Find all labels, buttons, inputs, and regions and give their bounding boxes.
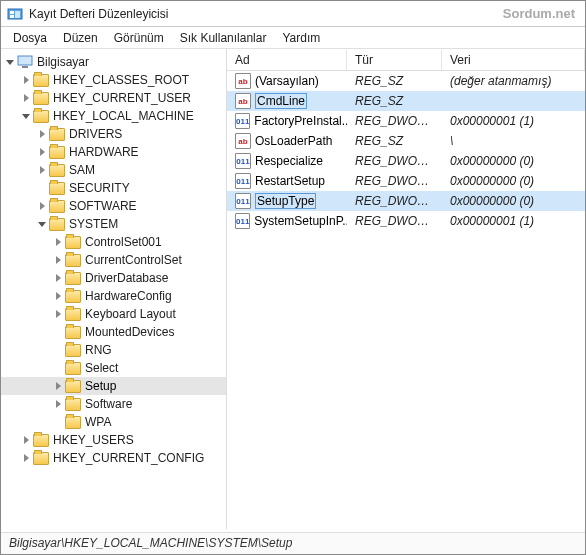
list-row[interactable]: OsLoaderPathREG_SZ\ xyxy=(227,131,585,151)
value-type: REG_SZ xyxy=(347,132,442,150)
tree-node-wpa[interactable]: WPA xyxy=(1,413,226,431)
tree-node-select[interactable]: Select xyxy=(1,359,226,377)
tree-node-system[interactable]: SYSTEM xyxy=(1,215,226,233)
dword-value-icon xyxy=(235,113,250,129)
tree-node-security[interactable]: SECURITY xyxy=(1,179,226,197)
tree-node-cs001[interactable]: ControlSet001 xyxy=(1,233,226,251)
tree-label: SAM xyxy=(69,163,95,177)
folder-icon xyxy=(49,128,65,141)
tree-node-hwconfig[interactable]: HardwareConfig xyxy=(1,287,226,305)
tree-node-hklm[interactable]: HKEY_LOCAL_MACHINE xyxy=(1,107,226,125)
tree-node-hardware[interactable]: HARDWARE xyxy=(1,143,226,161)
expander-icon[interactable] xyxy=(51,235,65,249)
list-row[interactable]: SetupTypeREG_DWORD0x00000000 (0) xyxy=(227,191,585,211)
folder-icon xyxy=(49,164,65,177)
header-name[interactable]: Ad xyxy=(227,50,347,70)
expander-icon[interactable] xyxy=(35,127,49,141)
folder-icon xyxy=(65,416,81,429)
tree-node-hkcc[interactable]: HKEY_CURRENT_CONFIG xyxy=(1,449,226,467)
tree-node-kblayout[interactable]: Keyboard Layout xyxy=(1,305,226,323)
watermark: Sordum.net xyxy=(503,6,575,21)
value-list[interactable]: Ad Tür Veri (Varsayılan)REG_SZ(değer ata… xyxy=(227,49,585,529)
expander-icon[interactable] xyxy=(19,433,33,447)
folder-icon xyxy=(33,452,49,465)
tree-node-hku[interactable]: HKEY_USERS xyxy=(1,431,226,449)
tree-label: Select xyxy=(85,361,118,375)
expander-icon[interactable] xyxy=(19,91,33,105)
header-type[interactable]: Tür xyxy=(347,50,442,70)
expander-icon[interactable] xyxy=(35,199,49,213)
tree-node-ccs[interactable]: CurrentControlSet xyxy=(1,251,226,269)
folder-icon xyxy=(65,344,81,357)
tree-node-hkcr[interactable]: HKEY_CLASSES_ROOT xyxy=(1,71,226,89)
value-data: 0x00000000 (0) xyxy=(442,152,585,170)
folder-icon xyxy=(49,146,65,159)
header-data[interactable]: Veri xyxy=(442,50,585,70)
tree-node-computer[interactable]: Bilgisayar xyxy=(1,53,226,71)
value-data: 0x00000000 (0) xyxy=(442,192,585,210)
tree-node-setup[interactable]: Setup xyxy=(1,377,226,395)
tree-node-rng[interactable]: RNG xyxy=(1,341,226,359)
tree-node-software[interactable]: SOFTWARE xyxy=(1,197,226,215)
folder-icon xyxy=(65,236,81,249)
menu-favorites[interactable]: Sık Kullanılanlar xyxy=(172,29,275,47)
folder-icon xyxy=(65,308,81,321)
tree-label: SECURITY xyxy=(69,181,130,195)
folder-icon xyxy=(65,272,81,285)
expander-icon[interactable] xyxy=(51,379,65,393)
list-row[interactable]: SystemSetupInP...REG_DWORD0x00000001 (1) xyxy=(227,211,585,231)
expander-icon[interactable] xyxy=(19,109,33,123)
tree-label: ControlSet001 xyxy=(85,235,162,249)
dword-value-icon xyxy=(235,153,251,169)
tree-node-driverdb[interactable]: DriverDatabase xyxy=(1,269,226,287)
list-row[interactable]: RestartSetupREG_DWORD0x00000000 (0) xyxy=(227,171,585,191)
expander-icon[interactable] xyxy=(51,271,65,285)
string-value-icon xyxy=(235,133,251,149)
value-data: (değer atanmamış) xyxy=(442,72,585,90)
svg-rect-4 xyxy=(18,56,32,65)
menu-help[interactable]: Yardım xyxy=(274,29,328,47)
tree-view[interactable]: Bilgisayar HKEY_CLASSES_ROOT HKEY_CURREN… xyxy=(1,49,227,529)
value-name: OsLoaderPath xyxy=(227,131,347,151)
value-type: REG_DWORD xyxy=(347,172,442,190)
dword-value-icon xyxy=(235,213,250,229)
value-data: 0x00000001 (1) xyxy=(442,112,585,130)
status-bar: Bilgisayar\HKEY_LOCAL_MACHINE\SYSTEM\Set… xyxy=(1,532,585,554)
main-area: Bilgisayar HKEY_CLASSES_ROOT HKEY_CURREN… xyxy=(1,49,585,529)
folder-icon xyxy=(65,362,81,375)
expander-icon[interactable] xyxy=(3,55,17,69)
folder-icon xyxy=(65,398,81,411)
menu-view[interactable]: Görünüm xyxy=(106,29,172,47)
expander-icon[interactable] xyxy=(51,289,65,303)
expander-icon[interactable] xyxy=(35,145,49,159)
menu-edit[interactable]: Düzen xyxy=(55,29,106,47)
expander-icon[interactable] xyxy=(51,253,65,267)
tree-node-mounteddev[interactable]: MountedDevices xyxy=(1,323,226,341)
tree-label: RNG xyxy=(85,343,112,357)
expander-icon[interactable] xyxy=(19,451,33,465)
menu-file[interactable]: Dosya xyxy=(5,29,55,47)
value-name: SetupType xyxy=(227,191,347,211)
tree-node-sam[interactable]: SAM xyxy=(1,161,226,179)
list-header: Ad Tür Veri xyxy=(227,49,585,71)
value-name: FactoryPreInstal... xyxy=(227,111,347,131)
expander-icon[interactable] xyxy=(19,73,33,87)
list-row[interactable]: RespecializeREG_DWORD0x00000000 (0) xyxy=(227,151,585,171)
list-row[interactable]: (Varsayılan)REG_SZ(değer atanmamış) xyxy=(227,71,585,91)
tree-node-hkcu[interactable]: HKEY_CURRENT_USER xyxy=(1,89,226,107)
folder-icon xyxy=(33,434,49,447)
expander-icon[interactable] xyxy=(35,163,49,177)
tree-label: HKEY_CLASSES_ROOT xyxy=(53,73,189,87)
folder-icon xyxy=(33,110,49,123)
svg-rect-5 xyxy=(22,66,28,68)
expander-icon[interactable] xyxy=(51,397,65,411)
value-data xyxy=(442,99,585,103)
window-title: Kayıt Defteri Düzenleyicisi xyxy=(29,7,503,21)
list-row[interactable]: CmdLineREG_SZ xyxy=(227,91,585,111)
dword-value-icon xyxy=(235,173,251,189)
tree-node-drivers[interactable]: DRIVERS xyxy=(1,125,226,143)
tree-node-software2[interactable]: Software xyxy=(1,395,226,413)
expander-icon[interactable] xyxy=(35,217,49,231)
expander-icon[interactable] xyxy=(51,307,65,321)
list-row[interactable]: FactoryPreInstal...REG_DWORD0x00000001 (… xyxy=(227,111,585,131)
